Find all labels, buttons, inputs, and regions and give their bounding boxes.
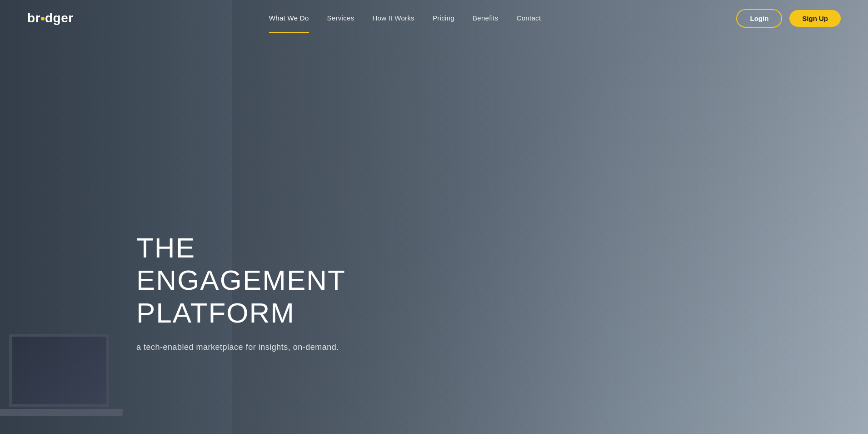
logo-text: brdger (27, 11, 74, 25)
nav-link-benefits[interactable]: Benefits (473, 14, 499, 22)
nav-item-what-we-do[interactable]: What We Do (269, 14, 309, 22)
logo-dot-icon (41, 17, 45, 20)
nav-item-services[interactable]: Services (327, 14, 354, 22)
nav-link-how-it-works[interactable]: How It Works (372, 14, 414, 22)
nav-link-services[interactable]: Services (327, 14, 354, 22)
nav-links: What We Do Services How It Works Pricing… (269, 14, 541, 22)
logo[interactable]: brdger (27, 11, 74, 25)
hero-section: brdger What We Do Services How It Works … (0, 0, 868, 434)
nav-item-contact[interactable]: Contact (517, 14, 541, 22)
laptop-screen (9, 334, 109, 407)
nav-item-how-it-works[interactable]: How It Works (372, 14, 414, 22)
login-button[interactable]: Login (736, 9, 782, 28)
nav-link-pricing[interactable]: Pricing (433, 14, 454, 22)
laptop-base (0, 409, 123, 416)
hero-title-line2: PLATFORM (136, 297, 295, 328)
nav-actions: Login Sign Up (736, 9, 841, 28)
nav-link-what-we-do[interactable]: What We Do (269, 14, 309, 22)
hero-title: THE ENGAGEMENT PLATFORM (136, 232, 409, 329)
nav-link-contact[interactable]: Contact (517, 14, 541, 22)
hero-title-line1: THE ENGAGEMENT (136, 232, 346, 296)
hero-subtitle: a tech-enabled marketplace for insights,… (136, 343, 409, 352)
nav-item-benefits[interactable]: Benefits (473, 14, 499, 22)
hero-content: THE ENGAGEMENT PLATFORM a tech-enabled m… (136, 232, 409, 352)
signup-button[interactable]: Sign Up (789, 10, 841, 27)
navbar: brdger What We Do Services How It Works … (0, 0, 868, 36)
nav-item-pricing[interactable]: Pricing (433, 14, 454, 22)
